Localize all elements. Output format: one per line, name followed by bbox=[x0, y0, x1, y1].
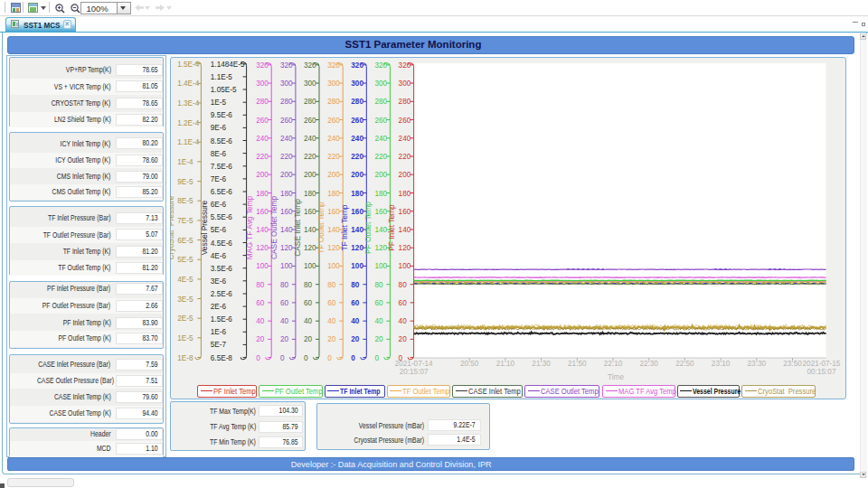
svg-text:160: 160 bbox=[374, 208, 387, 216]
svg-text:21:30: 21:30 bbox=[532, 360, 551, 368]
svg-text:8E-5: 8E-5 bbox=[177, 197, 193, 205]
svg-text:40: 40 bbox=[399, 317, 408, 325]
svg-text:4E-5: 4E-5 bbox=[177, 276, 193, 284]
svg-text:320: 320 bbox=[351, 61, 363, 70]
svg-text:5E-6: 5E-6 bbox=[211, 226, 227, 234]
svg-text:280: 280 bbox=[256, 98, 269, 106]
svg-text:100: 100 bbox=[399, 262, 411, 270]
svg-text:1.1484E-5: 1.1484E-5 bbox=[211, 61, 245, 69]
svg-text:1E-5: 1E-5 bbox=[211, 99, 227, 107]
svg-text:TF Inlet Temp: TF Inlet Temp bbox=[340, 204, 349, 250]
svg-text:280: 280 bbox=[304, 98, 316, 106]
svg-text:60: 60 bbox=[280, 299, 289, 307]
svg-text:180: 180 bbox=[399, 190, 411, 198]
svg-text:0: 0 bbox=[256, 354, 260, 362]
svg-text:320: 320 bbox=[374, 61, 387, 70]
svg-text:160: 160 bbox=[351, 208, 363, 216]
svg-text:120: 120 bbox=[327, 244, 340, 252]
svg-text:6.5E-8: 6.5E-8 bbox=[211, 354, 233, 362]
svg-text:260: 260 bbox=[351, 117, 363, 125]
svg-text:140: 140 bbox=[374, 226, 387, 234]
svg-text:CASE Outlet Temp: CASE Outlet Temp bbox=[269, 196, 278, 259]
svg-text:260: 260 bbox=[374, 117, 387, 125]
svg-text:1E-5: 1E-5 bbox=[177, 334, 193, 343]
svg-text:6E-5: 6E-5 bbox=[177, 237, 193, 245]
svg-text:20: 20 bbox=[304, 335, 313, 343]
svg-text:1.2E-4: 1.2E-4 bbox=[177, 119, 200, 127]
svg-text:160: 160 bbox=[399, 208, 411, 216]
svg-text:20:15:07: 20:15:07 bbox=[400, 368, 429, 376]
svg-text:160: 160 bbox=[280, 208, 293, 216]
svg-text:100: 100 bbox=[374, 262, 387, 270]
svg-text:6.5E-6: 6.5E-6 bbox=[211, 188, 233, 196]
svg-text:320: 320 bbox=[327, 61, 340, 70]
svg-text:22:50: 22:50 bbox=[675, 360, 694, 368]
svg-text:60: 60 bbox=[304, 299, 313, 307]
svg-text:80: 80 bbox=[327, 281, 336, 289]
svg-text:60: 60 bbox=[256, 299, 265, 307]
svg-text:20: 20 bbox=[280, 335, 289, 343]
svg-text:0: 0 bbox=[327, 354, 332, 362]
svg-text:140: 140 bbox=[280, 226, 293, 234]
svg-text:00:15:07: 00:15:07 bbox=[807, 368, 836, 376]
svg-text:200: 200 bbox=[304, 171, 316, 179]
svg-text:280: 280 bbox=[327, 98, 340, 106]
svg-text:6E-6: 6E-6 bbox=[211, 201, 227, 209]
svg-text:0: 0 bbox=[280, 354, 285, 362]
svg-text:1.05E-5: 1.05E-5 bbox=[211, 86, 237, 94]
svg-text:20: 20 bbox=[256, 335, 265, 343]
svg-text:240: 240 bbox=[327, 135, 340, 143]
svg-text:7E-5: 7E-5 bbox=[177, 217, 193, 225]
svg-text:PF Outlet Temp: PF Outlet Temp bbox=[363, 202, 373, 254]
svg-text:23:10: 23:10 bbox=[712, 360, 731, 368]
svg-text:1E-4: 1E-4 bbox=[177, 158, 193, 166]
svg-text:0: 0 bbox=[304, 354, 308, 362]
svg-text:200: 200 bbox=[280, 171, 293, 179]
svg-text:20: 20 bbox=[374, 335, 383, 343]
svg-text:140: 140 bbox=[256, 226, 269, 234]
svg-text:280: 280 bbox=[351, 98, 363, 106]
svg-text:40: 40 bbox=[280, 317, 289, 325]
svg-text:5E-7: 5E-7 bbox=[211, 341, 227, 349]
svg-text:260: 260 bbox=[280, 117, 293, 125]
svg-text:0: 0 bbox=[374, 354, 379, 362]
svg-text:220: 220 bbox=[256, 153, 269, 161]
svg-text:320: 320 bbox=[256, 61, 269, 70]
svg-text:7E-6: 7E-6 bbox=[211, 175, 227, 183]
svg-text:120: 120 bbox=[399, 244, 411, 252]
svg-text:40: 40 bbox=[256, 317, 265, 325]
svg-text:20: 20 bbox=[327, 335, 336, 343]
svg-text:240: 240 bbox=[374, 135, 387, 143]
svg-text:2021-07-15: 2021-07-15 bbox=[803, 360, 841, 368]
svg-text:200: 200 bbox=[327, 171, 340, 179]
svg-text:120: 120 bbox=[256, 244, 269, 252]
svg-text:120: 120 bbox=[351, 244, 363, 252]
svg-text:80: 80 bbox=[399, 281, 408, 289]
svg-text:2021-07-14: 2021-07-14 bbox=[395, 360, 433, 368]
svg-text:260: 260 bbox=[256, 117, 269, 125]
svg-text:20: 20 bbox=[351, 335, 360, 343]
svg-text:20: 20 bbox=[399, 335, 408, 343]
svg-text:160: 160 bbox=[304, 208, 316, 216]
svg-text:220: 220 bbox=[351, 153, 363, 161]
svg-text:Vessel Pressure: Vessel Pressure bbox=[200, 200, 209, 255]
svg-text:80: 80 bbox=[280, 281, 289, 289]
svg-text:140: 140 bbox=[399, 226, 411, 234]
svg-text:300: 300 bbox=[351, 80, 363, 88]
svg-text:CASE Inlet Temp: CASE Inlet Temp bbox=[293, 199, 302, 257]
svg-text:PF Inlet Temp: PF Inlet Temp bbox=[387, 204, 396, 251]
svg-text:20:50: 20:50 bbox=[460, 360, 479, 368]
svg-text:40: 40 bbox=[327, 317, 336, 325]
svg-text:320: 320 bbox=[399, 61, 411, 70]
svg-text:60: 60 bbox=[374, 299, 383, 307]
svg-text:3E-6: 3E-6 bbox=[211, 277, 227, 286]
svg-text:180: 180 bbox=[304, 190, 316, 198]
svg-text:220: 220 bbox=[304, 153, 316, 161]
svg-text:320: 320 bbox=[304, 61, 316, 70]
svg-text:MAG TF Avg Temp: MAG TF Avg Temp bbox=[245, 196, 254, 260]
svg-text:300: 300 bbox=[304, 80, 316, 88]
svg-text:21:10: 21:10 bbox=[496, 360, 515, 368]
svg-text:60: 60 bbox=[327, 299, 336, 307]
svg-text:8.5E-6: 8.5E-6 bbox=[211, 137, 233, 145]
svg-text:100: 100 bbox=[280, 262, 293, 270]
